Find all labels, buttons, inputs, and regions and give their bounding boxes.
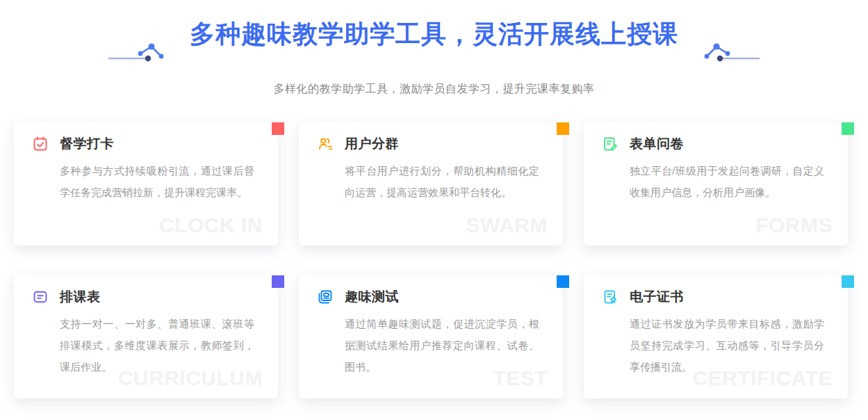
page-title: 多种趣味教学助学工具，灵活开展线上授课 <box>190 18 678 50</box>
card-title: 趣味测试 <box>345 288 399 306</box>
card-description: 独立平台/班级用于发起问卷调研，自定义收集用户信息，分析用户画像。 <box>630 160 824 203</box>
user-group-icon <box>317 136 334 152</box>
feature-card-test: 趣味测试 通过简单趣味测试题，促进沉淀学员，根据测试结果给用户推荐定向课程、试卷… <box>299 275 563 398</box>
calendar-check-icon <box>32 136 49 152</box>
feature-card-curriculum: 排课表 支持一对一、一对多、普通班课、滚班等排课模式，多维度课表展示，教师签到，… <box>14 275 278 398</box>
feature-card-swarm: 用户分群 将平台用户进行划分，帮助机构精细化定向运营，提高运营效果和平台转化。 … <box>299 122 563 245</box>
card-title: 电子证书 <box>630 288 684 306</box>
certificate-icon <box>602 289 619 305</box>
schedule-icon <box>32 289 49 305</box>
quiz-book-icon <box>317 289 334 305</box>
line-chart-decoration-right-icon <box>696 38 760 68</box>
feature-card-grid: 督学打卡 多种参与方式持续吸粉引流，通过课后督学任务完成营销拉新，提升课程完课率… <box>14 122 848 398</box>
card-watermark: FORMS <box>755 213 833 237</box>
card-title: 表单问卷 <box>630 135 684 153</box>
feature-card-forms: 表单问卷 独立平台/班级用于发起问卷调研，自定义收集用户信息，分析用户画像。 F… <box>584 122 848 245</box>
card-title: 排课表 <box>60 288 101 306</box>
card-description: 将平台用户进行划分，帮助机构精细化定向运营，提高运营效果和平台转化。 <box>345 160 539 203</box>
card-description: 支持一对一、一对多、普通班课、滚班等排课模式，多维度课表展示，教师签到，课后作业… <box>60 313 254 378</box>
card-description: 通过简单趣味测试题，促进沉淀学员，根据测试结果给用户推荐定向课程、试卷、图书。 <box>345 313 539 378</box>
card-description: 多种参与方式持续吸粉引流，通过课后督学任务完成营销拉新，提升课程完课率。 <box>60 160 254 203</box>
line-chart-decoration-left-icon <box>108 38 172 68</box>
section-header: 多种趣味教学助学工具，灵活开展线上授课 多样化的教学助学工具，激励学员自发学习，… <box>0 0 868 97</box>
page-subtitle: 多样化的教学助学工具，激励学员自发学习，提升完课率复购率 <box>0 82 868 97</box>
card-title: 督学打卡 <box>60 135 114 153</box>
feature-card-clock-in: 督学打卡 多种参与方式持续吸粉引流，通过课后督学任务完成营销拉新，提升课程完课率… <box>14 122 278 245</box>
card-title: 用户分群 <box>345 135 399 153</box>
form-pencil-icon <box>602 136 619 152</box>
card-description: 通过证书发放为学员带来目标感，激励学员坚持完成学习、互动感等，引导学员分享传播引… <box>630 313 824 378</box>
card-watermark: CLOCK IN <box>159 213 263 237</box>
card-watermark: SWARM <box>466 213 548 237</box>
feature-card-certificate: 电子证书 通过证书发放为学员带来目标感，激励学员坚持完成学习、互动感等，引导学员… <box>584 275 848 398</box>
